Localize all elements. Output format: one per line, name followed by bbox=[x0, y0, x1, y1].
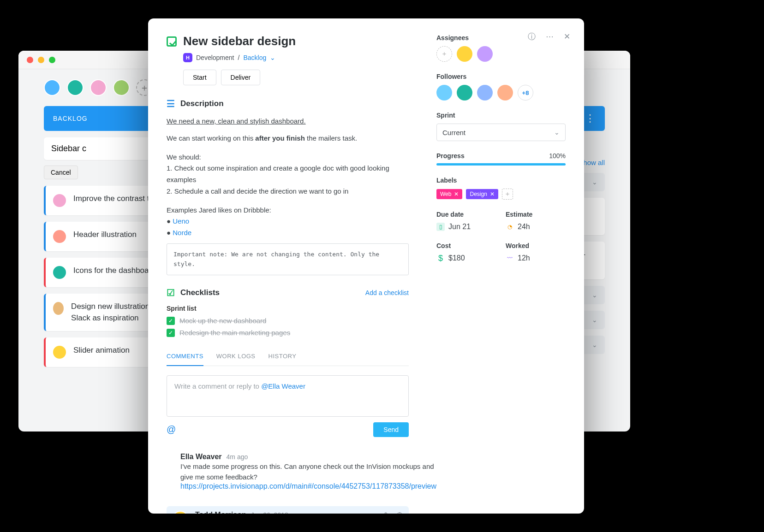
more-icon[interactable]: ⋯ bbox=[546, 32, 554, 41]
comment-link[interactable]: https://projects.invisionapp.com/d/main#… bbox=[180, 482, 436, 490]
modal-sidebar: Assignees ＋ Followers +8 Sprint Current … bbox=[436, 34, 566, 514]
chevron-down-icon: ⌄ bbox=[554, 129, 560, 136]
avatar[interactable] bbox=[497, 85, 513, 100]
checklist-icon: ☑ bbox=[167, 287, 175, 298]
comment-time: Jan 26, 2018 bbox=[251, 511, 288, 514]
card-title: Slider animation bbox=[73, 345, 130, 356]
comment-body: I've made some progress on this. Can any… bbox=[180, 461, 436, 483]
description-line: Examples Jared likes on Dribbble: bbox=[167, 205, 409, 216]
avatar bbox=[52, 345, 67, 360]
avatar[interactable] bbox=[477, 85, 493, 100]
worked-value[interactable]: 12h bbox=[518, 254, 530, 262]
link[interactable]: Ueno bbox=[173, 217, 189, 225]
comment-time: 4m ago bbox=[227, 453, 248, 461]
due-date-value[interactable]: Jun 21 bbox=[448, 223, 471, 231]
deliver-button[interactable]: Deliver bbox=[221, 70, 261, 85]
description-line: We should: bbox=[167, 152, 409, 163]
task-check-icon bbox=[167, 36, 177, 47]
modal-main: New sidebar design H Development / Backl… bbox=[167, 34, 423, 514]
cost-value[interactable]: $180 bbox=[448, 254, 465, 262]
send-button[interactable]: Send bbox=[373, 422, 409, 437]
chevron-down-icon: ⌄ bbox=[592, 178, 597, 186]
remove-icon[interactable]: ✕ bbox=[490, 191, 495, 197]
window-min-dot[interactable] bbox=[38, 57, 44, 63]
remove-icon[interactable]: ✕ bbox=[454, 191, 459, 197]
avatar[interactable] bbox=[436, 85, 452, 100]
section-heading: Description bbox=[180, 99, 224, 108]
chevron-down-icon: ⌄ bbox=[592, 341, 597, 349]
avatar[interactable] bbox=[457, 46, 472, 62]
activity-icon: 〰 bbox=[506, 254, 514, 262]
add-label-button[interactable]: ＋ bbox=[502, 189, 513, 200]
dollar-icon: $ bbox=[436, 254, 445, 262]
window-max-dot[interactable] bbox=[49, 57, 55, 63]
avatar bbox=[52, 301, 65, 316]
field-label: Sprint bbox=[436, 112, 566, 119]
close-icon[interactable]: ✕ bbox=[564, 32, 570, 41]
avatar[interactable] bbox=[477, 46, 493, 62]
calendar-icon: ▯ bbox=[436, 223, 445, 231]
tab-history[interactable]: HISTORY bbox=[269, 349, 297, 366]
card-title: Icons for the dashboard bbox=[73, 265, 156, 277]
cancel-button[interactable]: Cancel bbox=[44, 166, 78, 179]
chevron-down-icon: ⌄ bbox=[592, 291, 597, 299]
avatar[interactable] bbox=[113, 79, 130, 96]
description-line: 2. Schedule a call and decide the direct… bbox=[167, 186, 409, 197]
label-chip[interactable]: Web✕ bbox=[436, 189, 462, 199]
info-icon[interactable]: ⓘ bbox=[528, 31, 536, 42]
section-heading: Checklists bbox=[180, 288, 220, 297]
link[interactable]: Norde bbox=[173, 229, 191, 236]
chevron-down-icon[interactable]: ⌄ bbox=[270, 54, 275, 61]
progress-value: 100% bbox=[549, 152, 566, 160]
comment: Todd Morrison Jan 26, 2018 ✎ 🗑 @Ella Wea… bbox=[167, 506, 409, 514]
task-title: New sidebar design bbox=[183, 34, 296, 48]
tab-comments[interactable]: COMMENTS bbox=[167, 349, 203, 366]
followers-more[interactable]: +8 bbox=[518, 85, 533, 100]
checklist-item[interactable]: ✓Mock up the new dashboard bbox=[167, 317, 409, 325]
mention-icon[interactable]: @ bbox=[167, 424, 176, 435]
activity-tabs: COMMENTS WORK LOGS HISTORY bbox=[167, 349, 409, 366]
window-close-dot[interactable] bbox=[27, 57, 33, 63]
description-section: ☰ Description We need a new, clean and s… bbox=[167, 98, 409, 275]
breadcrumb: H Development / Backlog ⌄ bbox=[183, 53, 409, 62]
avatar[interactable] bbox=[67, 79, 84, 96]
progress-fill bbox=[436, 163, 566, 166]
description-note: Important note: We are not changing the … bbox=[167, 243, 409, 275]
breadcrumb-sep: / bbox=[238, 54, 240, 61]
edit-icon[interactable]: ✎ bbox=[384, 511, 390, 514]
delete-icon[interactable]: 🗑 bbox=[396, 511, 403, 514]
task-modal: ⓘ ⋯ ✕ New sidebar design H Development /… bbox=[148, 18, 584, 514]
field-label: Worked bbox=[506, 242, 566, 249]
breadcrumb-status[interactable]: Backlog bbox=[243, 54, 266, 61]
avatar bbox=[52, 229, 67, 244]
checkbox-checked-icon[interactable]: ✓ bbox=[167, 317, 175, 325]
column-menu-icon[interactable]: ⋮ bbox=[585, 112, 596, 124]
start-button[interactable]: Start bbox=[183, 70, 216, 85]
avatar[interactable] bbox=[457, 85, 472, 100]
description-line: ● Norde bbox=[167, 227, 409, 239]
label-chip[interactable]: Design✕ bbox=[466, 189, 498, 199]
sprint-select[interactable]: Current ⌄ bbox=[436, 124, 566, 141]
checkbox-checked-icon[interactable]: ✓ bbox=[167, 329, 175, 337]
tab-work-logs[interactable]: WORK LOGS bbox=[216, 349, 256, 366]
comment: Ella Weaver4m ago I've made some progres… bbox=[167, 448, 409, 496]
estimate-value[interactable]: 24h bbox=[518, 223, 530, 231]
avatar[interactable] bbox=[90, 79, 107, 96]
field-label: Progress bbox=[436, 152, 465, 160]
description-icon: ☰ bbox=[167, 98, 175, 109]
avatar bbox=[52, 193, 67, 208]
card-title: Header illustration bbox=[73, 229, 137, 241]
checklist-item[interactable]: ✓Redesign the main marketing pages bbox=[167, 329, 409, 337]
checklist-title: Sprint list bbox=[167, 305, 409, 312]
add-checklist-link[interactable]: Add a checklist bbox=[365, 289, 409, 296]
breadcrumb-project[interactable]: Development bbox=[196, 54, 234, 61]
avatar bbox=[52, 265, 67, 280]
comment-input[interactable]: Write a comment or reply to @Ella Weaver bbox=[167, 375, 409, 417]
chevron-down-icon: ⌄ bbox=[592, 316, 597, 324]
modal-toolbar: ⓘ ⋯ ✕ bbox=[528, 31, 570, 42]
avatar bbox=[172, 453, 174, 469]
avatar[interactable] bbox=[44, 79, 60, 96]
add-assignee-button[interactable]: ＋ bbox=[436, 46, 452, 62]
comment-author: Todd Morrison bbox=[195, 511, 246, 514]
column-title: BACKLOG bbox=[53, 115, 88, 122]
